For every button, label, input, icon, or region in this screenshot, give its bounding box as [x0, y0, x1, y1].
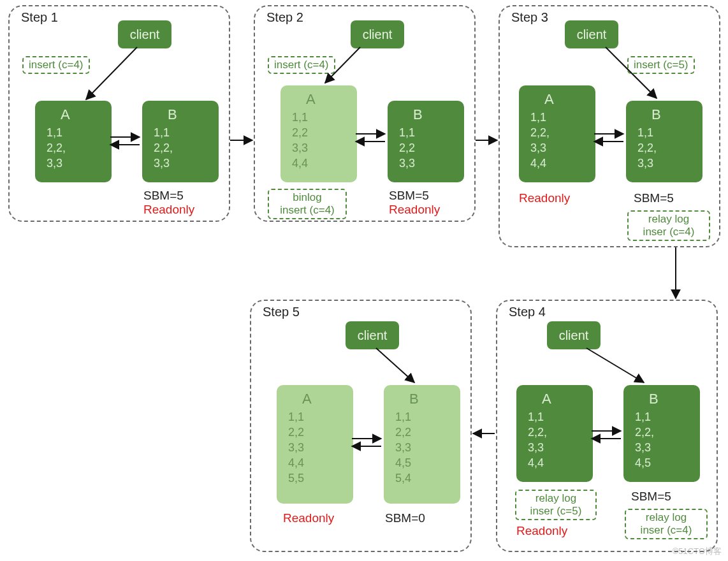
watermark-text: ©51CTO博客: [673, 546, 722, 557]
status-text: SBM=5: [631, 490, 671, 504]
readonly-label: Readonly: [389, 203, 440, 217]
node-b: B 1,1 2,2 3,3 4,5 5,4: [384, 385, 460, 504]
readonly-label: Readonly: [143, 203, 194, 217]
node-row: 1,1: [292, 110, 357, 125]
node-title: B: [652, 107, 703, 122]
node-row: 4,5: [395, 455, 460, 470]
node-row: 3,3: [292, 140, 357, 156]
node-row: 1,1: [395, 409, 460, 425]
node-row: 4,4: [292, 156, 357, 171]
node-row: 4,4: [288, 455, 353, 470]
relaylog-line: inser (c=4): [634, 226, 704, 238]
client-box: client: [351, 20, 404, 48]
node-row: 1,1: [530, 110, 595, 125]
node-title: B: [409, 391, 460, 407]
node-row: 1,1: [635, 409, 700, 425]
status-text: SBM=5 Readonly: [389, 189, 440, 217]
node-row: 2,2: [395, 425, 460, 440]
sbm-label: SBM=5: [631, 490, 671, 504]
step-box-5: Step 5 client A 1,1 2,2 3,3 4,4 5,5 B 1,…: [250, 300, 472, 552]
step-box-1: Step 1 client insert (c=4) A 1,1 2,2, 3,…: [8, 5, 230, 222]
node-row: 4,4: [528, 455, 593, 470]
node-row: 1,1: [399, 125, 464, 140]
node-row: 2,2,: [635, 425, 700, 440]
status-text: SBM=0: [385, 511, 425, 525]
node-row: 3,3: [399, 156, 464, 171]
step-title: Step 5: [263, 305, 300, 319]
step-box-3: Step 3 client insert (c=5) A 1,1 2,2, 3,…: [499, 5, 720, 247]
insert-op-box: insert (c=4): [22, 56, 90, 74]
node-row: 1,1: [47, 125, 112, 140]
relaylog-line: inser (c=4): [631, 524, 701, 537]
node-row: 2,2,: [528, 425, 593, 440]
node-a: A 1,1 2,2, 3,3 4,4: [516, 385, 593, 482]
node-title: A: [542, 391, 593, 407]
node-row: 2,2,: [47, 140, 112, 156]
step-title: Step 2: [266, 10, 303, 25]
node-row: 3,3: [47, 156, 112, 171]
node-row: 3,3: [288, 440, 353, 455]
node-title: B: [168, 107, 219, 122]
node-row: 1,1: [154, 125, 219, 140]
binlog-line: binlog: [274, 191, 340, 204]
step-title: Step 1: [21, 10, 58, 25]
node-row: 3,3: [635, 440, 700, 455]
node-b: B 1,1 2,2, 3,3: [142, 101, 219, 182]
status-text: Readonly: [283, 511, 334, 525]
step-box-4: Step 4 client A 1,1 2,2, 3,3 4,4 B 1,1 2…: [496, 300, 718, 552]
readonly-label: Readonly: [519, 191, 570, 205]
node-row: 3,3: [528, 440, 593, 455]
step-box-2: Step 2 client insert (c=4) A 1,1 2,2 3,3…: [254, 5, 476, 222]
node-row: 4,5: [635, 455, 700, 470]
node-row: 1,1: [637, 125, 703, 140]
node-b: B 1,1 2,2, 3,3: [626, 101, 703, 182]
node-row: 2,2,: [530, 125, 595, 140]
node-row: 2,2: [399, 140, 464, 156]
client-box: client: [565, 20, 618, 48]
sbm-label: SBM=5: [634, 191, 674, 205]
relaylog-line: relay log: [634, 213, 704, 226]
node-a: A 1,1 2,2, 3,3 4,4: [519, 85, 595, 182]
client-box: client: [346, 321, 399, 349]
insert-op-box: insert (c=4): [268, 56, 335, 74]
node-title: A: [306, 92, 357, 107]
sbm-label: SBM=5: [143, 189, 194, 203]
node-row: 2,2,: [154, 140, 219, 156]
status-text: SBM=5: [634, 191, 674, 205]
node-a: A 1,1 2,2 3,3 4,4: [280, 85, 357, 182]
status-text: SBM=5 Readonly: [143, 189, 194, 217]
node-row: 5,5: [288, 470, 353, 486]
client-box: client: [547, 321, 601, 349]
node-row: 3,3: [154, 156, 219, 171]
relaylog-line: relay log: [521, 492, 590, 505]
step-title: Step 4: [509, 305, 546, 319]
node-title: B: [413, 107, 464, 122]
node-row: 2,2,: [637, 140, 703, 156]
status-text: Readonly: [516, 524, 567, 538]
readonly-label: Readonly: [283, 511, 334, 525]
relaylog-line: inser (c=5): [521, 505, 590, 518]
node-b: B 1,1 2,2 3,3: [388, 101, 464, 182]
sbm-label: SBM=0: [385, 511, 425, 525]
node-a: A 1,1 2,2 3,3 4,4 5,5: [277, 385, 353, 504]
status-text: Readonly: [519, 191, 570, 205]
relaylog-line: relay log: [631, 511, 701, 524]
relaylog-box: relay log inser (c=4): [627, 210, 710, 241]
node-row: 4,4: [530, 156, 595, 171]
node-a: A 1,1 2,2, 3,3: [35, 101, 112, 182]
diagram-stage: Step 1 client insert (c=4) A 1,1 2,2, 3,…: [0, 0, 728, 561]
relaylog-box-b: relay log inser (c=4): [625, 509, 708, 539]
sbm-label: SBM=5: [389, 189, 440, 203]
node-row: 5,4: [395, 470, 460, 486]
node-row: 2,2: [292, 125, 357, 140]
node-row: 3,3: [395, 440, 460, 455]
node-row: 1,1: [528, 409, 593, 425]
insert-op-box: insert (c=5): [627, 56, 695, 74]
node-title: B: [649, 391, 700, 407]
node-row: 1,1: [288, 409, 353, 425]
node-row: 2,2: [288, 425, 353, 440]
client-box: client: [118, 20, 171, 48]
binlog-box: binlog insert (c=4): [268, 189, 347, 219]
readonly-label: Readonly: [516, 524, 567, 538]
node-title: A: [61, 107, 112, 122]
